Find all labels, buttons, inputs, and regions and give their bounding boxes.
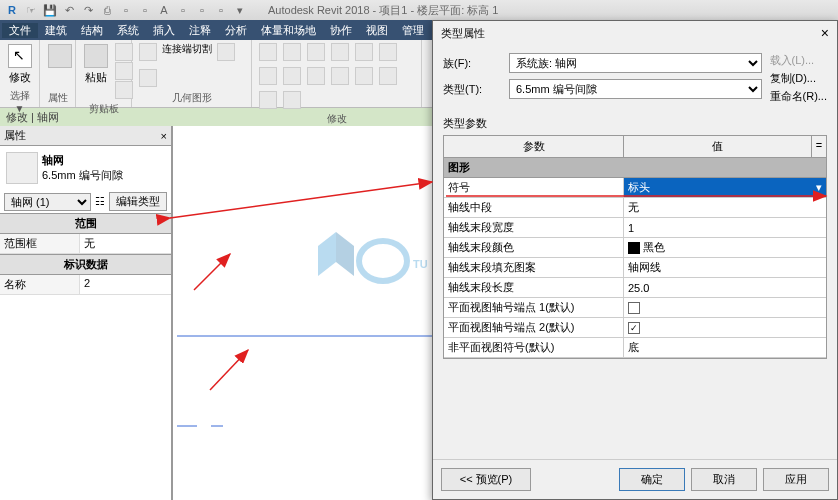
match-icon[interactable] <box>115 81 133 99</box>
qat-icon[interactable]: A <box>156 2 172 18</box>
ok-button[interactable]: 确定 <box>619 468 685 491</box>
family-select[interactable]: 系统族: 轴网 <box>509 53 762 73</box>
qat-icon[interactable]: ▫ <box>213 2 229 18</box>
type-subtype: 6.5mm 编号间隙 <box>42 168 123 183</box>
qat-icon[interactable]: ▫ <box>194 2 210 18</box>
mod-icon[interactable] <box>259 67 277 85</box>
svg-text:TU: TU <box>413 258 428 270</box>
cut-icon[interactable] <box>115 43 133 61</box>
property-grid: 范围 范围框无 标识数据 名称2 <box>0 213 171 500</box>
edit-type-button[interactable]: 编辑类型 <box>109 192 167 211</box>
mod-icon[interactable] <box>259 91 277 109</box>
param-row[interactable]: 轴线末段长度25.0 <box>444 278 826 298</box>
mod-icon[interactable] <box>355 67 373 85</box>
preview-button[interactable]: << 预览(P) <box>441 468 531 491</box>
close-icon[interactable]: × <box>821 25 829 41</box>
geom-icon[interactable] <box>217 43 235 61</box>
tab-annot[interactable]: 注释 <box>182 23 218 38</box>
window-title: Autodesk Revit 2018 - 项目1 - 楼层平面: 标高 1 <box>268 3 498 18</box>
checkbox[interactable] <box>628 302 640 314</box>
open-icon[interactable]: ☞ <box>23 2 39 18</box>
mod-icon[interactable] <box>307 43 325 61</box>
tab-struct[interactable]: 结构 <box>74 23 110 38</box>
color-swatch <box>628 242 640 254</box>
param-row[interactable]: 非平面视图符号(默认)底 <box>444 338 826 358</box>
group-id: 标识数据 <box>0 254 171 275</box>
mod-icon[interactable] <box>331 43 349 61</box>
mod-icon[interactable] <box>379 67 397 85</box>
properties-title: 属性 × <box>0 126 171 146</box>
instance-select[interactable]: 轴网 (1) <box>4 193 91 211</box>
mod-icon[interactable] <box>283 91 301 109</box>
quick-access-toolbar: R ☞ 💾 ↶ ↷ ⎙ ▫ ▫ A ▫ ▫ ▫ ▾ <box>4 2 248 18</box>
close-icon[interactable]: × <box>161 130 167 142</box>
tab-arch[interactable]: 建筑 <box>38 23 74 38</box>
load-button[interactable]: 载入(L)... <box>770 53 827 68</box>
type-select[interactable]: 6.5mm 编号间隙 <box>509 79 762 99</box>
mod-icon[interactable] <box>307 67 325 85</box>
rename-button[interactable]: 重命名(R)... <box>770 89 827 104</box>
param-row[interactable]: 平面视图轴号端点 2(默认)✓ <box>444 318 826 338</box>
mod-icon[interactable] <box>283 43 301 61</box>
tab-manage[interactable]: 管理 <box>395 23 431 38</box>
app-icon: R <box>4 2 20 18</box>
checkbox-checked[interactable]: ✓ <box>628 322 640 334</box>
title-bar: R ☞ 💾 ↶ ↷ ⎙ ▫ ▫ A ▫ ▫ ▫ ▾ Autodesk Revit… <box>0 0 838 20</box>
col-eq: = <box>812 136 826 157</box>
tab-analyze[interactable]: 分析 <box>218 23 254 38</box>
dialog-footer: << 预览(P) 确定 取消 应用 <box>433 459 837 499</box>
tab-sys[interactable]: 系统 <box>110 23 146 38</box>
mod-icon[interactable] <box>355 43 373 61</box>
mod-icon[interactable] <box>283 67 301 85</box>
param-row[interactable]: 轴线末段颜色黑色 <box>444 238 826 258</box>
qat-icon[interactable]: ▫ <box>137 2 153 18</box>
filter-icon[interactable]: ☷ <box>95 195 105 208</box>
prop-key: 名称 <box>0 275 80 294</box>
param-row[interactable]: 轴线中段无 <box>444 198 826 218</box>
param-row-symbol[interactable]: 符号 标头▾ <box>444 178 826 198</box>
group-graphics: 图形 <box>444 158 826 178</box>
col-param: 参数 <box>444 136 624 157</box>
print-icon[interactable]: ⎙ <box>99 2 115 18</box>
apply-button[interactable]: 应用 <box>763 468 829 491</box>
properties-panel: 属性 × 轴网 6.5mm 编号间隙 轴网 (1) ☷ 编辑类型 范围 范围框无… <box>0 126 172 500</box>
prop-val[interactable]: 2 <box>80 275 171 294</box>
chevron-down-icon[interactable]: ▾ <box>816 181 822 194</box>
param-row[interactable]: 轴线末段宽度1 <box>444 218 826 238</box>
mod-icon[interactable] <box>259 43 277 61</box>
duplicate-button[interactable]: 复制(D)... <box>770 71 827 86</box>
geom-icon[interactable] <box>139 69 157 87</box>
undo-icon[interactable]: ↶ <box>61 2 77 18</box>
params-table: 参数 值 = 图形 符号 标头▾ 轴线中段无 轴线末段宽度1 轴线末段颜色黑色 … <box>443 135 827 359</box>
mod-icon[interactable] <box>379 43 397 61</box>
qat-icon[interactable]: ▫ <box>175 2 191 18</box>
modify-tool[interactable]: ↖修改 <box>6 42 34 87</box>
redo-icon[interactable]: ↷ <box>80 2 96 18</box>
qat-dropdown-icon[interactable]: ▾ <box>232 2 248 18</box>
copy-icon[interactable] <box>115 62 133 80</box>
type-label: 类型(T): <box>443 82 503 97</box>
save-icon[interactable]: 💾 <box>42 2 58 18</box>
prop-key: 范围框 <box>0 234 80 253</box>
type-selector[interactable]: 轴网 6.5mm 编号间隙 <box>0 146 171 190</box>
tab-mass[interactable]: 体量和场地 <box>254 23 323 38</box>
svg-point-0 <box>359 241 407 281</box>
dialog-titlebar: 类型属性 × <box>433 21 837 45</box>
paste-button[interactable]: 粘贴 <box>82 42 110 87</box>
type-name: 轴网 <box>42 153 123 168</box>
geom-icon[interactable] <box>139 43 157 61</box>
tab-file[interactable]: 文件 <box>2 23 38 38</box>
tab-collab[interactable]: 协作 <box>323 23 359 38</box>
properties-button[interactable] <box>46 42 74 70</box>
tab-view[interactable]: 视图 <box>359 23 395 38</box>
qat-icon[interactable]: ▫ <box>118 2 134 18</box>
prop-val[interactable]: 无 <box>80 234 171 253</box>
panel-modify: 修改 <box>258 110 415 126</box>
param-row[interactable]: 平面视图轴号端点 1(默认) <box>444 298 826 318</box>
family-label: 族(F): <box>443 56 503 71</box>
param-row[interactable]: 轴线末段填充图案轴网线 <box>444 258 826 278</box>
cancel-button[interactable]: 取消 <box>691 468 757 491</box>
tab-insert[interactable]: 插入 <box>146 23 182 38</box>
mod-icon[interactable] <box>331 67 349 85</box>
panel-props: 属性 <box>46 89 69 105</box>
